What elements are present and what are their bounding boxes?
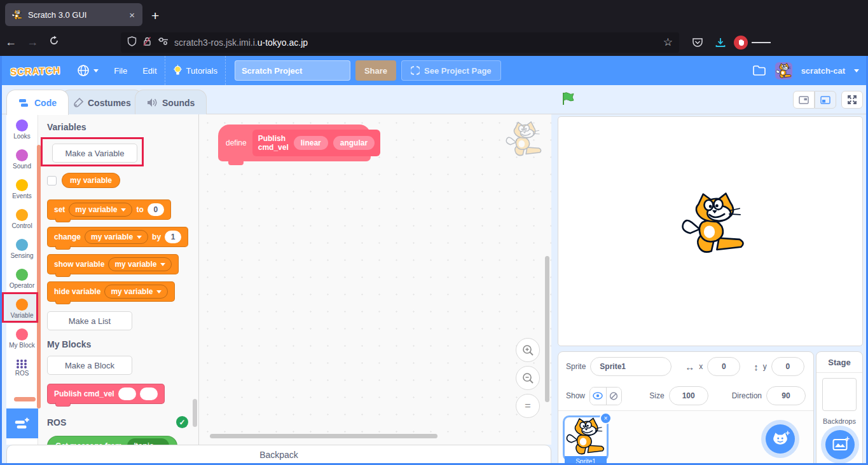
permissions-icon[interactable] xyxy=(158,37,169,48)
category-sensing[interactable]: Sensing xyxy=(6,234,38,264)
reload-icon[interactable] xyxy=(43,36,65,49)
backdrop-thumbnail[interactable] xyxy=(822,378,857,411)
topic-dropdown[interactable]: /topic xyxy=(127,438,169,445)
code-scrollbar-horizontal[interactable] xyxy=(210,434,437,438)
pocket-icon[interactable] xyxy=(688,37,707,48)
argument-input[interactable] xyxy=(118,388,136,400)
value-input[interactable]: 0 xyxy=(148,203,164,216)
add-backdrop-button[interactable]: + xyxy=(825,430,855,459)
add-sprite-button[interactable]: + xyxy=(766,424,795,454)
category-events[interactable]: Events xyxy=(6,174,38,204)
share-button[interactable]: Share xyxy=(355,60,396,81)
make-variable-button[interactable]: Make a Variable xyxy=(52,144,137,163)
menu-file[interactable]: File xyxy=(106,56,135,85)
see-project-page-button[interactable]: See Project Page xyxy=(401,60,501,81)
hide-sprite-button[interactable] xyxy=(606,388,622,405)
category-ros[interactable]: ROS xyxy=(6,353,38,383)
project-name-input[interactable] xyxy=(235,60,350,81)
fullscreen-button[interactable] xyxy=(841,91,863,109)
backpack-bar[interactable]: Backpack xyxy=(6,445,551,465)
direction-input[interactable] xyxy=(766,386,806,405)
url-bar[interactable]: scratch3-ros.jsk.imi.i.u-tokyo.ac.jp ☆ xyxy=(121,32,679,53)
palette-scrollbar[interactable] xyxy=(193,399,197,427)
variable-dropdown[interactable]: my variable xyxy=(85,230,148,244)
publish-cmd-vel-block[interactable]: Publish cmd_vel xyxy=(47,384,165,404)
sprite-info-row-1: Sprite ↔ x ↕ y xyxy=(558,352,813,381)
argument-input[interactable] xyxy=(140,388,158,400)
small-stage-button[interactable] xyxy=(793,91,815,109)
stage-controls-row xyxy=(556,85,863,114)
size-input[interactable] xyxy=(669,386,708,405)
account-name[interactable]: scratch-cat xyxy=(801,66,845,76)
param-linear[interactable]: linear xyxy=(294,136,328,150)
menu-hamburger-icon[interactable] xyxy=(752,41,771,44)
param-angular[interactable]: angular xyxy=(333,136,375,150)
my-variable-block[interactable]: my variable xyxy=(62,173,120,188)
menu-separator xyxy=(225,56,226,85)
category-control[interactable]: Control xyxy=(6,204,38,234)
value-input[interactable]: 1 xyxy=(165,231,181,243)
new-tab-button[interactable]: + xyxy=(151,8,159,24)
change-variable-block[interactable]: change my variable by 1 xyxy=(47,227,188,247)
show-variable-block[interactable]: show variable my variable xyxy=(47,254,179,274)
scratch-logo[interactable]: SCRATCH xyxy=(10,64,61,77)
delete-sprite-icon[interactable]: × xyxy=(600,412,612,424)
tab-sounds[interactable]: Sounds xyxy=(135,90,207,115)
download-icon[interactable] xyxy=(711,37,730,48)
zoom-in-button[interactable] xyxy=(516,338,540,362)
category-looks[interactable]: Looks xyxy=(6,114,38,144)
lock-disabled-icon[interactable] xyxy=(142,36,152,49)
browser-tab[interactable]: Scratch 3.0 GUI × xyxy=(5,3,142,26)
tab-costumes[interactable]: Costumes xyxy=(61,90,143,115)
tab-code[interactable]: Code xyxy=(6,90,69,115)
variable-dropdown[interactable]: my variable xyxy=(108,257,172,271)
code-scrollbar-vertical[interactable] xyxy=(545,256,549,402)
back-icon[interactable]: ← xyxy=(0,36,22,49)
forward-icon[interactable]: → xyxy=(22,36,43,49)
add-extension-button[interactable] xyxy=(6,408,38,438)
variable-dropdown[interactable]: my variable xyxy=(104,285,168,299)
menu-tutorials[interactable]: Tutorials xyxy=(165,56,225,85)
show-sprite-button[interactable] xyxy=(590,388,606,405)
category-color-dot xyxy=(16,149,28,161)
url-text[interactable]: scratch3-ros.jsk.imi.i.u-tokyo.ac.jp xyxy=(174,37,658,48)
zoom-reset-button[interactable]: = xyxy=(516,394,540,418)
make-list-button[interactable]: Make a List xyxy=(47,311,132,330)
category-operator[interactable]: Operator xyxy=(6,264,38,293)
folder-icon[interactable] xyxy=(752,65,766,76)
set-variable-block[interactable]: set my variable to 0 xyxy=(47,199,171,220)
block-category-sidebar: Looks Sound Events Control Sensing Opera… xyxy=(6,114,38,445)
green-flag-icon[interactable] xyxy=(561,91,575,108)
tab-close-icon[interactable]: × xyxy=(128,10,136,20)
zoom-out-button[interactable] xyxy=(516,366,540,390)
menu-edit[interactable]: Edit xyxy=(135,56,164,85)
stage[interactable] xyxy=(558,116,863,346)
y-position-input[interactable] xyxy=(771,357,804,376)
adblock-hand-icon[interactable] xyxy=(734,36,748,50)
default-stage-button[interactable] xyxy=(815,91,836,109)
variable-dropdown[interactable]: my variable xyxy=(69,203,132,217)
category-color-dot xyxy=(16,328,28,340)
hide-variable-block[interactable]: hide variable my variable xyxy=(47,281,175,302)
bookmark-star-icon[interactable]: ☆ xyxy=(663,36,673,49)
category-variable[interactable]: Variable xyxy=(6,293,38,323)
language-selector[interactable] xyxy=(69,56,106,85)
define-publish-cmd-vel-block[interactable]: define Publish cmd_vel linear angular xyxy=(218,125,371,161)
code-workspace[interactable]: define Publish cmd_vel linear angular xyxy=(199,114,551,445)
category-scrollbar-horizontal[interactable] xyxy=(14,397,36,401)
account-chevron-icon[interactable] xyxy=(854,69,859,72)
stage-sprite-cat[interactable] xyxy=(679,192,748,255)
make-block-button[interactable]: Make a Block xyxy=(47,356,132,375)
category-my-block[interactable]: My Block xyxy=(6,323,38,353)
x-position-input[interactable] xyxy=(707,357,740,376)
sprite-tile-sprite1[interactable]: × Sprite1 xyxy=(563,415,609,461)
sprite-name-input[interactable] xyxy=(590,357,672,376)
category-scrollbar-vertical[interactable] xyxy=(37,145,41,408)
variable-checkbox[interactable] xyxy=(47,176,57,185)
stage-selector-panel[interactable]: Stage Backdrops + xyxy=(816,351,863,465)
shield-icon[interactable] xyxy=(127,36,137,49)
avatar[interactable] xyxy=(775,62,792,79)
get-message-block[interactable]: Get message from /topic xyxy=(47,436,177,445)
category-sound[interactable]: Sound xyxy=(6,144,38,174)
variables-header: Variables xyxy=(47,122,198,132)
